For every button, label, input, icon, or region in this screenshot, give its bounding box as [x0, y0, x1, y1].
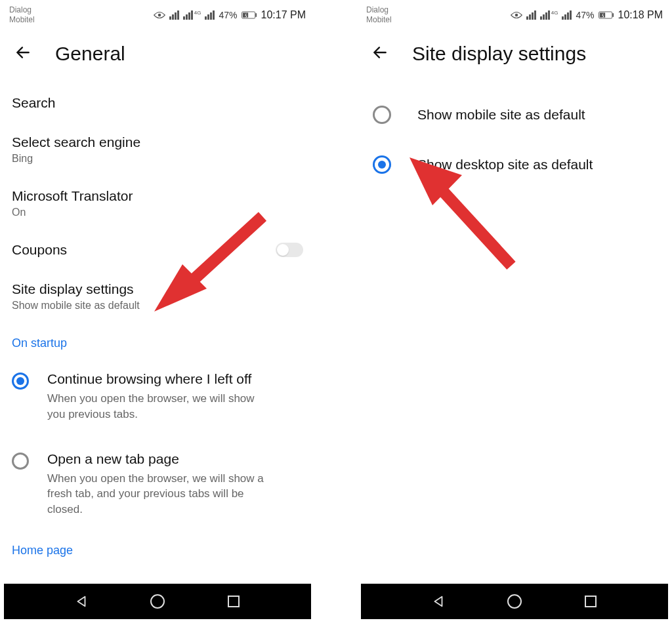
startup-newtab-title: Open a new tab page: [47, 451, 303, 467]
status-bar: Dialog Mobitel 4G 47% 10:18 PM: [357, 0, 672, 30]
radio-icon[interactable]: [12, 453, 29, 470]
svg-line-10: [439, 187, 511, 266]
back-arrow-icon[interactable]: [14, 44, 32, 64]
search-label: Search: [12, 95, 303, 111]
back-arrow-icon[interactable]: [371, 44, 388, 64]
eye-comfort-icon: [511, 11, 522, 19]
status-right: 4G 47% 10:17 PM: [154, 9, 306, 21]
signal-icon-1: [526, 10, 536, 20]
select-engine-value: Bing: [12, 153, 303, 165]
nav-recent-icon[interactable]: [582, 593, 599, 610]
translator-value: On: [12, 207, 303, 218]
nav-back-icon[interactable]: [73, 593, 90, 610]
coupons-toggle[interactable]: [276, 243, 303, 257]
nav-home-icon[interactable]: [506, 593, 523, 610]
svg-point-0: [158, 13, 161, 16]
signal-icon-2: 4G: [540, 10, 558, 20]
option-desktop-default[interactable]: Show desktop site as default: [373, 140, 656, 190]
status-bar: Dialog Mobitel 4G 47% 10:17 PM: [0, 0, 315, 30]
clock: 10:18 PM: [618, 9, 663, 21]
select-search-engine-item[interactable]: Select search engine Bing: [12, 123, 303, 176]
page-title: General: [55, 43, 125, 65]
coupons-item[interactable]: Coupons: [12, 230, 303, 270]
battery-icon: [242, 11, 257, 19]
battery-percent: 47%: [219, 10, 237, 20]
nav-recent-icon[interactable]: [225, 593, 242, 610]
radio-icon[interactable]: [373, 155, 391, 174]
select-engine-title: Select search engine: [12, 134, 303, 150]
startup-newtab-desc: When you open the browser, we will show …: [47, 471, 270, 517]
on-startup-section: On startup: [12, 323, 303, 357]
startup-option-newtab[interactable]: Open a new tab page When you open the br…: [12, 437, 303, 532]
eye-comfort-icon: [154, 11, 165, 19]
status-right: 4G 47% 10:18 PM: [511, 9, 663, 21]
page-title: Site display settings: [412, 43, 586, 65]
startup-continue-title: Continue browsing where I left off: [47, 371, 303, 387]
signal-icon-1: [169, 10, 179, 20]
signal-icon-2: 4G: [183, 10, 201, 20]
coupons-label: Coupons: [12, 242, 67, 258]
signal-icon-3: [562, 10, 572, 20]
clock: 10:17 PM: [261, 9, 306, 21]
svg-rect-2: [255, 13, 257, 17]
android-navbar: [4, 584, 311, 619]
nav-back-icon[interactable]: [430, 593, 447, 610]
settings-list: Search Select search engine Bing Microso…: [0, 83, 315, 569]
phone-left: Dialog Mobitel 4G 47% 10:17 PM General S…: [0, 0, 315, 619]
phone-right: Dialog Mobitel 4G 47% 10:18 PM Site disp…: [357, 0, 672, 619]
svg-point-6: [515, 13, 518, 16]
header: General: [0, 30, 315, 83]
nav-home-icon[interactable]: [149, 593, 166, 610]
site-display-value: Show mobile site as default: [12, 300, 303, 312]
carrier-label: Dialog Mobitel: [366, 5, 392, 24]
radio-icon[interactable]: [12, 373, 29, 390]
site-display-settings-item[interactable]: Site display settings Show mobile site a…: [12, 270, 303, 323]
translator-item[interactable]: Microsoft Translator On: [12, 176, 303, 230]
android-navbar: [361, 584, 668, 619]
home-page-item[interactable]: Home page: [12, 532, 303, 569]
site-display-title: Site display settings: [12, 281, 303, 297]
search-item[interactable]: Search: [12, 83, 303, 123]
option-mobile-label: Show mobile site as default: [417, 107, 585, 123]
signal-icon-3: [205, 10, 215, 20]
startup-continue-desc: When you open the browser, we will show …: [47, 391, 270, 422]
battery-percent: 47%: [576, 10, 594, 20]
startup-option-continue[interactable]: Continue browsing where I left off When …: [12, 357, 303, 437]
translator-title: Microsoft Translator: [12, 188, 303, 204]
option-mobile-default[interactable]: Show mobile site as default: [373, 90, 656, 140]
svg-rect-8: [612, 13, 614, 17]
option-desktop-label: Show desktop site as default: [417, 157, 593, 172]
radio-icon[interactable]: [373, 106, 391, 124]
carrier-label: Dialog Mobitel: [9, 5, 35, 24]
battery-icon: [598, 11, 614, 19]
site-display-options: Show mobile site as default Show desktop…: [357, 83, 672, 196]
header: Site display settings: [357, 30, 672, 83]
